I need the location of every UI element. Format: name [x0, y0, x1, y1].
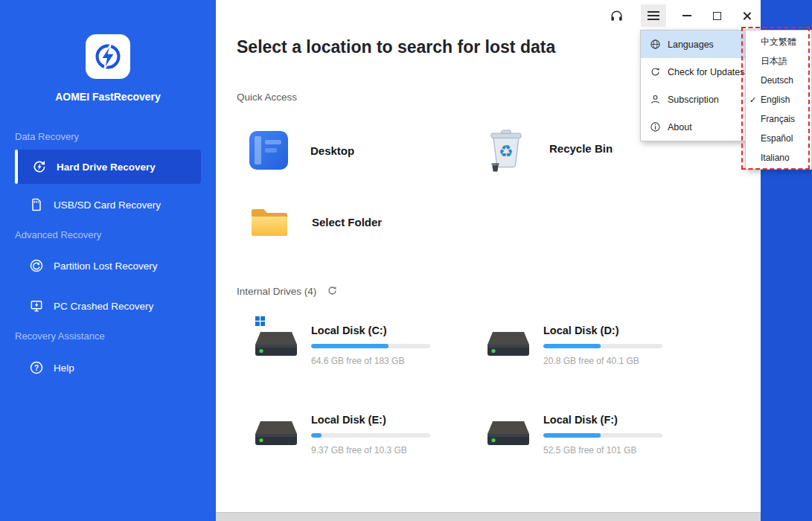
drive-card-c[interactable]: Local Disk (C:) 64.6 GB free of 183 GB: [253, 319, 430, 366]
menu-item-subscription[interactable]: Subscription: [641, 86, 761, 113]
app-logo: [86, 34, 130, 79]
sidebar: AOMEI FastRecovery Data Recovery Hard Dr…: [0, 0, 216, 521]
language-label: Deutsch: [761, 75, 793, 86]
checkmark-icon: ✓: [749, 95, 756, 105]
drive-free-space: 64.6 GB free of 183 GB: [311, 356, 430, 366]
subscription-icon: [649, 94, 661, 106]
drive-name: Local Disk (D:): [543, 325, 662, 336]
globe-icon: [649, 39, 661, 51]
language-item-es[interactable]: Español: [746, 129, 811, 148]
menu-item-about[interactable]: About: [641, 113, 761, 141]
lightning-logo-icon: [92, 40, 124, 73]
about-icon: [649, 121, 661, 133]
drive-name: Local Disk (C:): [311, 325, 430, 336]
quick-access-recycle-bin[interactable]: ♻ Recycle Bin: [485, 127, 613, 170]
quick-access-label-recycle-bin: Recycle Bin: [549, 142, 613, 155]
close-button[interactable]: [734, 4, 759, 27]
section-label-data-recovery: Data Recovery: [15, 131, 79, 142]
menu-item-label: Check for Updates: [668, 67, 745, 77]
language-item-en[interactable]: ✓ English: [746, 90, 811, 109]
quick-access-label-select-folder: Select Folder: [312, 216, 382, 228]
language-item-de[interactable]: Deutsch: [746, 71, 811, 90]
language-label: Français: [761, 114, 795, 124]
drive-card-f[interactable]: Local Disk (F:) 52.5 GB free of 101 GB: [485, 408, 662, 456]
support-button[interactable]: [604, 4, 629, 27]
language-item-fr[interactable]: Français: [746, 109, 811, 129]
quick-access-select-folder[interactable]: Select Folder: [249, 204, 382, 240]
sd-card-icon: [28, 196, 45, 213]
quick-access-desktop[interactable]: Desktop: [249, 131, 354, 170]
drive-usage-bar: [543, 433, 662, 438]
language-label: Italiano: [761, 153, 790, 163]
drive-usage-bar: [311, 433, 430, 438]
hamburger-icon: [648, 11, 659, 20]
language-label: 日本語: [761, 55, 787, 68]
language-item-zh-tw[interactable]: 中文繁體: [746, 32, 811, 51]
drive-recovery-icon: [31, 159, 48, 175]
quick-access-label: Quick Access: [237, 92, 297, 103]
drive-card-d[interactable]: Local Disk (D:) 20.8 GB free of 40.1 GB: [485, 319, 662, 366]
drive-name: Local Disk (E:): [311, 414, 430, 426]
pc-crash-icon: [28, 298, 45, 314]
bottom-edge: [216, 512, 761, 521]
refresh-icon[interactable]: [327, 285, 338, 296]
desktop-icon: [249, 131, 288, 170]
sidebar-item-label: Partition Lost Recovery: [54, 260, 158, 272]
drive-free-space: 20.8 GB free of 40.1 GB: [543, 356, 662, 366]
hard-drive-icon: [485, 319, 531, 360]
menu-item-label: Subscription: [668, 95, 719, 105]
maximize-button[interactable]: [704, 4, 729, 27]
svg-text:♻: ♻: [499, 142, 514, 161]
svg-text:?: ?: [34, 364, 39, 372]
update-icon: [649, 66, 661, 78]
sidebar-item-usb-sd-recovery[interactable]: USB/SD Card Recovery: [15, 188, 201, 221]
app-menu: Languages ▶ Check for Updates Subscripti…: [640, 30, 761, 141]
hard-drive-icon: [485, 408, 531, 450]
hard-drive-icon: [253, 319, 299, 360]
drive-free-space: 9.37 GB free of 10.3 GB: [311, 445, 430, 456]
drive-card-e[interactable]: Local Disk (E:) 9.37 GB free of 10.3 GB: [253, 408, 430, 456]
hard-drive-icon: [253, 408, 299, 450]
drive-usage-bar: [311, 344, 430, 348]
menu-item-languages[interactable]: Languages ▶: [641, 31, 761, 58]
page-title: Select a location to search for lost dat…: [237, 37, 555, 57]
menu-item-check-for-updates[interactable]: Check for Updates: [641, 58, 761, 86]
maximize-icon: [713, 12, 721, 20]
language-label: 中文繁體: [761, 36, 796, 48]
app-name: AOMEI FastRecovery: [0, 91, 216, 103]
drive-name: Local Disk (F:): [543, 414, 662, 426]
minimize-icon: [682, 15, 691, 16]
recycle-bin-overlay-icon: [490, 162, 501, 173]
menu-item-label: Languages: [668, 39, 714, 50]
internal-drives-label: Internal Drives (4): [237, 286, 316, 297]
close-icon: [742, 11, 752, 21]
language-submenu: 中文繁體 日本語 Deutsch ✓ English Français Espa…: [745, 30, 812, 170]
language-item-ja[interactable]: 日本語: [746, 51, 811, 71]
quick-access-label-desktop: Desktop: [310, 144, 354, 157]
language-label: Español: [761, 133, 793, 144]
sidebar-item-label: Help: [54, 362, 74, 374]
sidebar-item-pc-crashed-recovery[interactable]: PC Crashed Recovery: [15, 290, 201, 322]
language-item-it[interactable]: Italiano: [746, 148, 811, 167]
recycle-bin-icon: ♻: [485, 127, 527, 170]
section-label-recovery-assistance: Recovery Assistance: [15, 330, 105, 342]
partition-restore-icon: [28, 258, 45, 274]
sidebar-item-label: Hard Drive Recovery: [57, 162, 156, 173]
menu-item-label: About: [668, 122, 692, 132]
menu-button[interactable]: [641, 4, 666, 27]
minimize-button[interactable]: [674, 4, 700, 27]
section-label-advanced-recovery: Advanced Recovery: [15, 229, 101, 240]
sidebar-item-hard-drive-recovery[interactable]: Hard Drive Recovery: [15, 150, 201, 184]
folder-icon: [249, 204, 290, 240]
drive-free-space: 52.5 GB free of 101 GB: [543, 445, 662, 456]
sidebar-item-label: PC Crashed Recovery: [54, 301, 153, 312]
language-label: English: [761, 95, 790, 105]
help-icon: ?: [28, 359, 45, 376]
windows-logo-icon: [255, 316, 266, 327]
sidebar-item-help[interactable]: ? Help: [15, 351, 201, 384]
sidebar-item-label: USB/SD Card Recovery: [54, 199, 161, 211]
app-window: AOMEI FastRecovery Data Recovery Hard Dr…: [0, 0, 812, 521]
headset-icon: [610, 9, 624, 23]
sidebar-item-partition-lost-recovery[interactable]: Partition Lost Recovery: [15, 249, 201, 282]
drive-usage-bar: [543, 344, 662, 348]
